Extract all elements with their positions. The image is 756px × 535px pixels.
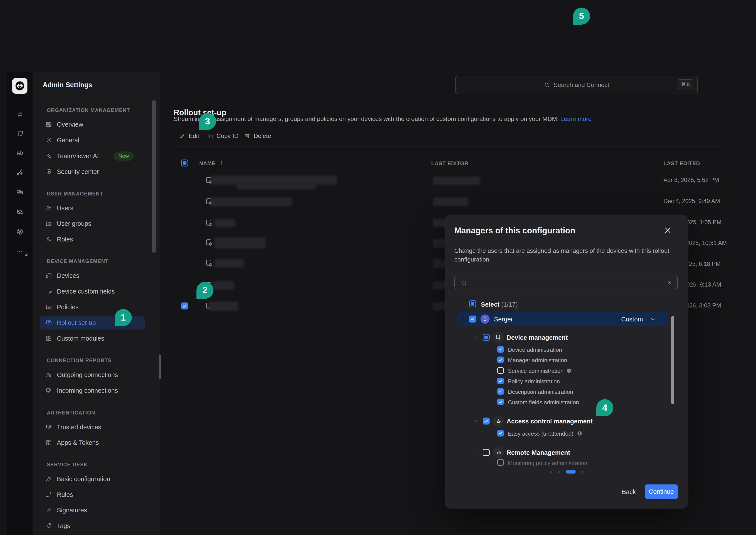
gear-icon: [45, 137, 52, 143]
page-dot[interactable]: [550, 471, 553, 473]
overview-icon: [45, 121, 52, 128]
sort-ascending-icon[interactable]: ↑: [220, 159, 223, 166]
group-checkbox-access-control[interactable]: [483, 417, 490, 425]
aperture-icon[interactable]: [16, 228, 23, 235]
more-icon[interactable]: [16, 247, 23, 255]
mail-loop-icon[interactable]: [16, 208, 23, 215]
info-icon[interactable]: [566, 368, 572, 374]
devices-icon[interactable]: [16, 130, 23, 137]
trash-icon: [244, 133, 251, 139]
remote-sessions-icon[interactable]: [16, 188, 23, 196]
permission-checkbox[interactable]: [497, 430, 504, 436]
sidebar-item-signatures[interactable]: Signatures: [45, 505, 87, 515]
permission-checkbox[interactable]: [497, 367, 504, 374]
back-button[interactable]: Back: [617, 485, 641, 499]
sidebar-item-trusted-devices[interactable]: Trusted devices: [45, 422, 101, 432]
sidebar-item-security-center[interactable]: Security center: [45, 167, 99, 177]
permission-checkbox[interactable]: [497, 459, 504, 466]
tag-icon: [45, 522, 52, 529]
info-icon[interactable]: [577, 431, 582, 437]
panel-drag-handle[interactable]: [159, 354, 161, 379]
callout-badge-2: 2: [197, 282, 213, 299]
group-checkbox-device-management[interactable]: [483, 334, 490, 341]
sidebar-item-teamviewer-ai[interactable]: TeamViewer AI New: [45, 151, 134, 161]
sidebar-divider: [160, 97, 160, 535]
sidebar-item-incoming-connections[interactable]: Incoming connections: [45, 386, 118, 395]
monitor-check-icon: [45, 424, 52, 430]
edit-button[interactable]: Edit: [179, 132, 199, 139]
group-label: Remote Management: [507, 449, 570, 456]
page-dot[interactable]: [581, 471, 584, 473]
page-description: Streamline the assignment of managers, g…: [174, 116, 592, 123]
search-and-connect-input[interactable]: Search and Connect ⌘ K: [455, 76, 698, 94]
avatar: S: [480, 315, 490, 324]
select-all-checkbox[interactable]: [181, 159, 188, 166]
section-connection-reports: CONNECTION REPORTS: [47, 358, 112, 363]
permission-label: Service administration: [508, 368, 564, 374]
new-badge: New: [114, 152, 134, 161]
chevron-down-icon: [460, 317, 465, 322]
sidebar-item-overview[interactable]: Overview: [45, 120, 83, 129]
sidebar-item-rollout-set-up[interactable]: Rollout set-up: [45, 318, 96, 327]
group-checkbox-remote-management[interactable]: [483, 449, 490, 456]
sidebar-item-outgoing-connections[interactable]: Outgoing connections: [45, 370, 118, 380]
redacted-name: [237, 183, 316, 189]
chat-icon[interactable]: [16, 149, 23, 157]
copy-id-button[interactable]: Copy ID: [207, 132, 238, 139]
redacted-name: [212, 281, 234, 290]
divider: [498, 440, 667, 440]
section-authentication: AUTHENTICATION: [47, 410, 95, 416]
rollout-config-icon: [205, 239, 213, 247]
sidebar-item-tags[interactable]: Tags: [45, 521, 70, 531]
permission-checkbox[interactable]: [497, 399, 504, 405]
page-dot-active[interactable]: [566, 470, 576, 473]
continue-button[interactable]: Continue: [645, 485, 678, 499]
sidebar-item-general[interactable]: General: [45, 135, 79, 145]
permission-checkbox[interactable]: [497, 356, 504, 363]
workflow-sparkle-icon[interactable]: [16, 168, 23, 176]
sidebar-item-custom-modules[interactable]: Custom modules: [45, 334, 104, 343]
manager-checkbox[interactable]: [469, 316, 476, 323]
page-dot[interactable]: [558, 471, 560, 473]
sidebar-item-policies[interactable]: Policies: [45, 302, 79, 312]
sidebar-item-basic-configuration[interactable]: Basic configuration: [45, 474, 110, 484]
icon-rail: [7, 72, 33, 535]
sidebar-scrollbar[interactable]: [152, 100, 156, 253]
permission-checkbox[interactable]: [497, 346, 504, 352]
row-checkbox[interactable]: [181, 302, 188, 309]
manager-row-sergei[interactable]: S Sergei Custom: [457, 312, 667, 326]
sidebar-item-users[interactable]: Users: [45, 203, 73, 213]
modal-scrollbar[interactable]: [671, 316, 674, 404]
shortcut-badge: ⌘ K: [678, 79, 693, 89]
modal-search-input[interactable]: [454, 276, 678, 289]
permission-label: Custom fields administration: [508, 399, 579, 406]
sidebar-item-device-custom-fields[interactable]: Device custom fields: [45, 287, 115, 296]
last-edited-cell: Dec 4, 2025, 9:49 AM: [663, 198, 720, 205]
column-header-last-edited[interactable]: LAST EDITED: [663, 160, 700, 166]
sidebar-item-roles[interactable]: Roles: [45, 235, 73, 244]
teamviewer-logo[interactable]: [12, 78, 27, 94]
remote-management-icon: [493, 447, 504, 458]
select-all-managers-checkbox[interactable]: [469, 300, 476, 307]
monitor-refresh-icon: [45, 320, 52, 326]
person-gear-icon: [45, 236, 52, 242]
corner-resize-icon: [24, 253, 27, 256]
sidebar-item-apps-tokens[interactable]: Apps & Tokens: [45, 438, 99, 447]
clear-search-icon[interactable]: [666, 280, 673, 286]
permission-checkbox[interactable]: [497, 378, 504, 384]
column-header-last-editor[interactable]: LAST EDITOR: [431, 160, 469, 166]
user-folder-icon: [45, 220, 52, 227]
sidebar-item-user-groups[interactable]: User groups: [45, 219, 91, 228]
sidebar-item-devices[interactable]: Devices: [45, 271, 79, 280]
permission-checkbox[interactable]: [497, 388, 504, 395]
column-header-name[interactable]: NAME: [199, 160, 216, 166]
redacted-editor: [433, 177, 480, 185]
delete-button[interactable]: Delete: [244, 132, 271, 139]
learn-more-link[interactable]: Learn more: [560, 116, 592, 122]
clipped-tree-row: Monitoring policy administration: [445, 458, 671, 466]
sidebar-item-rules[interactable]: Rules: [45, 490, 73, 499]
permission-dropdown-value[interactable]: Custom: [621, 316, 643, 323]
close-icon[interactable]: [663, 226, 673, 235]
transfer-icon[interactable]: [16, 111, 23, 118]
last-edited-cell: Apr 8, 2025, 5:52 PM: [663, 177, 719, 183]
